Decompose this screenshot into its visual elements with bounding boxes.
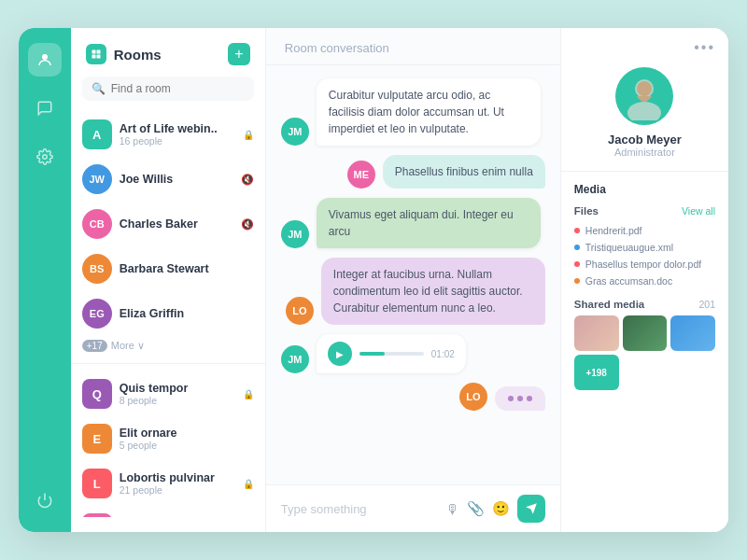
lock-icon: 🔒 bbox=[243, 479, 254, 489]
media-thumbnail[interactable] bbox=[670, 315, 715, 351]
message-avatar: ME bbox=[347, 161, 375, 189]
message-avatar: JM bbox=[281, 345, 309, 373]
icon-nav bbox=[19, 28, 71, 532]
list-item[interactable]: EG Eliza Griffin bbox=[71, 291, 265, 336]
room-avatar: L bbox=[82, 469, 112, 498]
audio-time: 01:02 bbox=[431, 349, 455, 359]
room-info: Arcu consectetur 12 people bbox=[120, 516, 254, 517]
list-item[interactable]: E Elit ornare 5 people bbox=[71, 416, 265, 461]
room-info: Barbara Stewart bbox=[120, 262, 254, 275]
room-list: A Art of Life webin.. 16 people 🔒 JW Joe… bbox=[71, 112, 265, 517]
table-row: JM Vivamus eget aliquam dui. Integer eu … bbox=[281, 198, 545, 248]
room-info: Lobortis pulvinar 21 people bbox=[120, 471, 235, 496]
list-item[interactable]: A Arcu consectetur 12 people bbox=[71, 506, 265, 517]
avatar bbox=[615, 67, 673, 125]
message-avatar: JM bbox=[281, 118, 309, 146]
messages-area: JM Curabitur vulputate arcu odio, ac fac… bbox=[266, 65, 560, 484]
room-avatar: Q bbox=[82, 379, 112, 409]
sidebar-title: Rooms bbox=[86, 44, 162, 64]
audio-message: ▶ 01:02 bbox=[317, 334, 466, 373]
room-avatar: BS bbox=[82, 254, 112, 284]
room-name: Quis tempor bbox=[120, 382, 235, 395]
file-dot bbox=[574, 245, 580, 250]
svg-point-0 bbox=[42, 54, 48, 60]
typing-indicator bbox=[495, 386, 545, 411]
room-name: Elit ornare bbox=[120, 427, 254, 440]
add-room-button[interactable]: + bbox=[228, 43, 250, 65]
room-name: Eliza Griffin bbox=[120, 307, 254, 320]
room-avatar: EG bbox=[82, 299, 112, 329]
table-row: LO bbox=[281, 383, 545, 411]
nav-settings-icon[interactable] bbox=[28, 140, 62, 174]
more-button[interactable]: +17 More ∨ bbox=[71, 336, 265, 356]
file-item: Tristiqueuaugue.xml bbox=[574, 239, 715, 256]
list-item[interactable]: CB Charles Baker 🔇 bbox=[71, 202, 265, 246]
svg-rect-5 bbox=[92, 55, 95, 59]
files-label: Files bbox=[574, 205, 599, 217]
list-item[interactable]: L Lobortis pulvinar 21 people 🔒 bbox=[71, 461, 265, 506]
svg-point-1 bbox=[43, 155, 48, 160]
shared-media-label: Shared media bbox=[574, 299, 644, 310]
room-info: Elit ornare 5 people bbox=[120, 427, 254, 451]
svg-rect-4 bbox=[96, 50, 100, 54]
nav-power-icon[interactable] bbox=[28, 483, 62, 517]
file-name: Gras accumsan.doc bbox=[585, 275, 672, 287]
right-panel-header: ••• bbox=[561, 39, 728, 67]
search-box[interactable]: 🔍 bbox=[82, 77, 254, 101]
media-thumbnail[interactable] bbox=[574, 315, 619, 351]
chat-header-title: Room conversation bbox=[285, 41, 389, 55]
send-button[interactable] bbox=[517, 495, 545, 523]
list-item[interactable]: A Art of Life webin.. 16 people 🔒 bbox=[71, 112, 265, 157]
lock-icon: 🔒 bbox=[243, 389, 254, 399]
room-sub: 5 people bbox=[120, 440, 254, 451]
svg-point-11 bbox=[637, 81, 652, 96]
file-name: Hendrerit.pdf bbox=[585, 225, 642, 236]
room-name: Barbara Stewart bbox=[120, 262, 254, 275]
list-item[interactable]: Q Quis tempor 8 people 🔒 bbox=[71, 371, 265, 416]
media-grid: +198 bbox=[574, 315, 715, 390]
lock-icon: 🔒 bbox=[243, 130, 254, 140]
nav-person-icon[interactable] bbox=[28, 43, 62, 77]
table-row: Integer at faucibus urna. Nullam condime… bbox=[281, 258, 545, 325]
room-avatar: A bbox=[82, 119, 112, 149]
room-info: Joe Willis bbox=[120, 173, 233, 186]
microphone-icon[interactable]: 🎙 bbox=[445, 501, 459, 517]
room-info: Eliza Griffin bbox=[120, 307, 254, 320]
svg-marker-8 bbox=[526, 503, 537, 514]
room-name: Lobortis pulvinar bbox=[120, 471, 235, 484]
nav-chat-icon[interactable] bbox=[28, 91, 62, 125]
table-row: JM Curabitur vulputate arcu odio, ac fac… bbox=[281, 78, 545, 146]
room-avatar: A bbox=[82, 513, 112, 517]
emoji-icon[interactable]: 🙂 bbox=[492, 500, 510, 517]
list-item[interactable]: BS Barbara Stewart bbox=[71, 246, 265, 291]
search-icon: 🔍 bbox=[92, 82, 106, 95]
room-info: Quis tempor 8 people bbox=[120, 382, 235, 406]
shared-media-header: Shared media 201 bbox=[574, 299, 715, 310]
audio-progress-bar bbox=[359, 352, 424, 356]
typing-dot bbox=[527, 396, 532, 401]
app-container: Rooms + 🔍 A Art of Life webin.. 16 peopl… bbox=[19, 28, 728, 532]
audio-play-button[interactable]: ▶ bbox=[328, 342, 352, 366]
shared-media-count: 201 bbox=[698, 299, 715, 310]
attachment-icon[interactable]: 📎 bbox=[467, 500, 485, 517]
message-avatar: LO bbox=[459, 383, 487, 411]
audio-progress-fill bbox=[359, 352, 386, 356]
list-item[interactable]: JW Joe Willis 🔇 bbox=[71, 157, 265, 202]
room-avatar: CB bbox=[82, 209, 112, 239]
media-more-button[interactable]: +198 bbox=[574, 355, 619, 390]
search-input[interactable] bbox=[111, 82, 245, 95]
profile-role: Administrator bbox=[614, 147, 675, 158]
file-item: Hendrerit.pdf bbox=[574, 222, 715, 239]
media-thumbnail[interactable] bbox=[623, 315, 668, 351]
divider bbox=[71, 363, 265, 364]
message-bubble: Phasellus finibus enim nulla bbox=[383, 155, 545, 189]
room-avatar: JW bbox=[82, 164, 112, 194]
room-name: Art of Life webin.. bbox=[120, 122, 235, 135]
svg-rect-3 bbox=[92, 50, 95, 54]
media-title: Media bbox=[574, 183, 715, 196]
chat-input[interactable] bbox=[281, 502, 438, 516]
view-all-button[interactable]: View all bbox=[682, 205, 715, 217]
sidebar-header: Rooms + bbox=[71, 43, 265, 77]
more-options-icon[interactable]: ••• bbox=[694, 39, 715, 56]
sidebar: Rooms + 🔍 A Art of Life webin.. 16 peopl… bbox=[71, 28, 266, 532]
